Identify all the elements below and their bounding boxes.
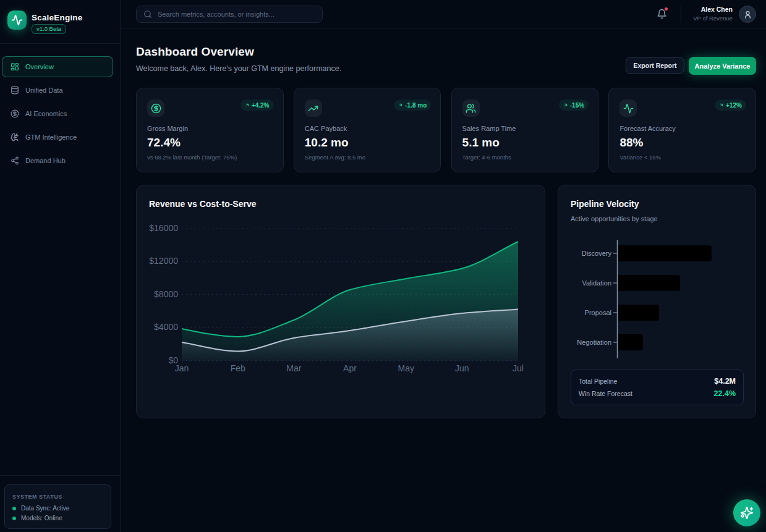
svg-text:Jan: Jan bbox=[175, 363, 189, 373]
svg-text:Discovery: Discovery bbox=[582, 250, 612, 257]
svg-text:$4000: $4000 bbox=[154, 322, 178, 332]
svg-text:$16000: $16000 bbox=[149, 223, 178, 233]
svg-text:$8000: $8000 bbox=[154, 289, 178, 299]
svg-text:Jul: Jul bbox=[513, 363, 524, 373]
svg-text:Apr: Apr bbox=[343, 363, 357, 373]
svg-text:May: May bbox=[398, 363, 414, 373]
svg-text:Mar: Mar bbox=[286, 363, 301, 373]
svg-text:Jun: Jun bbox=[455, 363, 469, 373]
svg-text:Feb: Feb bbox=[231, 363, 245, 373]
svg-text:Validation: Validation bbox=[582, 279, 612, 287]
svg-text:$12000: $12000 bbox=[149, 256, 178, 266]
svg-text:Proposal: Proposal bbox=[585, 309, 611, 316]
svg-text:Negotiation: Negotiation bbox=[577, 339, 611, 346]
